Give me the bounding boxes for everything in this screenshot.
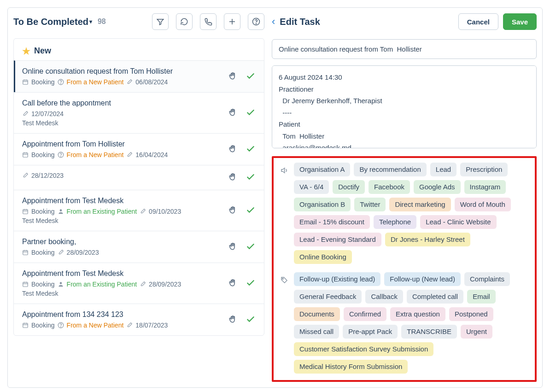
action-assign[interactable] [228,71,237,82]
tag[interactable]: Extra question [390,307,445,321]
left-title[interactable]: To Be Completed ▾ [13,17,92,27]
action-assign[interactable] [228,144,237,155]
edit-icon [58,249,64,256]
back-icon[interactable]: ‹ [272,17,275,27]
tag[interactable]: Dr Jones - Harley Street [385,233,470,246]
task-date: 16/04/2024 [135,151,168,158]
tag[interactable]: VA - 6/4 [294,180,329,194]
patient-source: From a New Patient [67,322,124,329]
tag[interactable]: Prescription [460,163,508,176]
task-type: Booking [31,281,55,288]
tag[interactable]: Organisation B [294,198,351,211]
task-row[interactable]: Appointment from Test MedeskBookingFrom … [14,263,264,304]
tag[interactable]: Lead - Clinic Website [420,215,496,229]
tag[interactable]: Follow-up (Existing lead) [294,272,380,286]
tag[interactable]: Telephone [374,215,416,229]
tag[interactable]: Email - 15% discount [294,215,370,229]
task-title: Appointment from Test Medesk [22,269,223,278]
task-title: Online consultation request from Tom Hol… [22,67,223,76]
action-assign[interactable] [228,108,237,118]
tag[interactable]: Lead [430,163,456,176]
action-assign[interactable] [228,278,237,289]
call-button[interactable] [200,13,216,30]
action-complete[interactable] [246,71,256,82]
task-detail-input[interactable] [272,65,537,148]
tag[interactable]: Doctify [333,180,365,194]
tag[interactable]: Facebook [369,180,410,194]
tag[interactable]: Complaints [464,272,510,286]
refresh-icon [180,18,188,26]
action-complete[interactable] [246,144,256,155]
tag[interactable]: Word of Mouth [455,198,511,211]
tag[interactable]: Documents [294,307,340,321]
tag[interactable]: Lead - Evening Standard [294,233,381,246]
tag[interactable]: Completed call [407,290,463,304]
tag[interactable]: Online Booking [294,250,352,264]
task-date: 06/08/2024 [135,78,168,86]
calendar-icon [22,281,29,287]
edit-icon [140,208,146,215]
add-button[interactable] [224,13,240,30]
tag[interactable]: Google Ads [414,180,461,194]
action-assign[interactable] [228,315,237,325]
svg-point-1 [256,23,256,24]
filter-button[interactable] [152,13,169,30]
tag[interactable]: Pre-appt Pack [343,325,398,339]
action-complete[interactable] [246,314,256,326]
help-icon [58,322,64,328]
task-type: Booking [31,322,55,329]
tag[interactable]: Callback [365,290,403,304]
tag[interactable]: General Feedback [294,290,362,304]
tag[interactable]: Follow-up (New lead) [384,272,461,286]
tag[interactable]: Confirmed [344,307,386,321]
person-icon [58,208,64,215]
tag[interactable]: Email [467,290,496,304]
action-complete[interactable] [246,172,256,183]
task-title: Appointment from Tom Hollister [22,140,223,148]
tag[interactable]: Twitter [354,198,386,211]
calendar-icon [22,79,29,85]
task-row[interactable]: Appointment from Tom HollisterBookingFro… [14,133,264,165]
task-date: 28/09/2023 [67,249,99,256]
calendar-icon [22,249,29,256]
svg-rect-5 [23,153,28,157]
tag[interactable]: Direct marketing [389,198,451,211]
edit-icon [22,172,29,179]
help-icon [58,79,64,85]
action-complete[interactable] [246,107,256,119]
refresh-button[interactable] [176,13,193,30]
action-assign[interactable] [228,172,237,183]
tag[interactable]: Instagram [464,180,506,194]
patient-source: From a New Patient [67,151,124,158]
calendar-icon [22,152,29,158]
task-row[interactable]: Appointment from Test MedeskBookingFrom … [14,190,264,231]
action-assign[interactable] [228,242,237,252]
task-row[interactable]: 28/12/2023 [14,165,264,190]
task-date: 28/12/2023 [31,172,64,179]
tag[interactable]: Missed call [294,325,339,339]
action-complete[interactable] [246,205,256,216]
task-subtitle: Test Medesk [22,290,223,297]
task-row[interactable]: Partner booking,Booking28/09/2023 [14,231,264,263]
cancel-button[interactable]: Cancel [458,13,498,30]
help-icon [252,18,260,26]
tag[interactable]: Customer Satisfaction Survey Submission [294,342,433,356]
save-button[interactable]: Save [503,13,537,30]
action-assign[interactable] [228,205,237,216]
tag[interactable]: Medical History Form Submission [294,360,408,374]
tag[interactable]: TRANSCRIBE [401,325,457,339]
action-complete[interactable] [246,278,256,289]
task-row[interactable]: Appointment from 134 234 123BookingFrom … [14,304,264,335]
task-row[interactable]: Call before the appontment12/07/2024Test… [14,92,264,133]
tag[interactable]: Urgent [461,325,492,339]
tag[interactable]: Organisation A [294,163,350,176]
tag-icon [280,276,289,374]
task-name-input[interactable] [272,39,537,59]
tag[interactable]: Postponed [449,307,493,321]
help-button[interactable] [248,13,264,30]
task-type: Booking [31,151,55,158]
left-title-text: To Be Completed [13,17,88,27]
tag[interactable]: By recommendation [354,163,426,176]
action-complete[interactable] [246,241,256,253]
task-row[interactable]: Online consultation request from Tom Hol… [14,60,264,92]
